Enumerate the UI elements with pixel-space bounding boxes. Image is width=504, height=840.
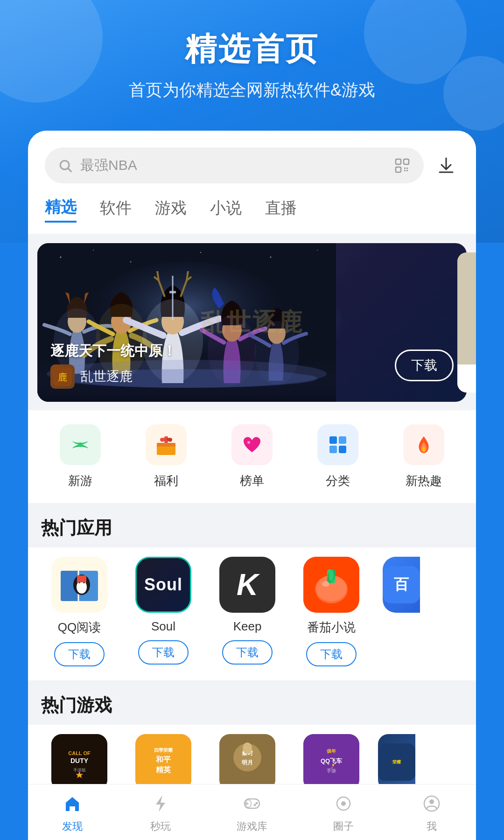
svg-point-13 [130,261,132,263]
hot-apps-section: QQ阅读 下载 Soul Soul 下载 K Keep 下载 [28,547,476,680]
app-icon-soul: Soul [135,557,191,613]
nav-item-discover[interactable]: 发现 [60,791,84,833]
game-icon-peace: 四季荣耀 和平 精英 [135,734,191,790]
app-name-qq-read: QQ阅读 [58,619,101,636]
nav-item-profile[interactable]: 我 [420,791,444,833]
nav-item-gamestore[interactable]: 游戏库 [237,791,267,833]
category-xinyou[interactable]: 新游 [60,424,101,489]
svg-rect-38 [329,436,337,444]
svg-rect-5 [404,168,406,169]
svg-rect-8 [406,170,408,171]
hot-apps-title: 热门应用 [28,503,476,547]
app-name-fanqie: 番茄小说 [307,619,356,636]
banner-overlay: 逐鹿天下一统中原！ 鹿 乱世逐鹿 下载 [37,329,467,402]
search-box[interactable]: 最强NBA [45,147,424,183]
svg-rect-41 [339,446,346,453]
nav-label-community: 圈子 [333,819,354,833]
svg-rect-40 [329,446,337,453]
svg-rect-3 [404,159,409,164]
svg-text:荣耀: 荣耀 [392,760,401,764]
category-fenlei[interactable]: 分类 [317,424,358,489]
svg-rect-7 [404,170,406,171]
nav-item-community[interactable]: 圈子 [331,791,356,833]
page-title: 精选首页 [0,28,504,70]
title-section: 精选首页 首页为你精选全网新热软件&游戏 [0,28,504,102]
download-icon[interactable] [433,153,459,179]
app-download-soul[interactable]: 下载 [138,640,189,665]
svg-text:精英: 精英 [155,766,171,774]
category-xinyou-label: 新游 [68,473,92,489]
app-icon-qq-read [51,557,107,613]
svg-text:手游: 手游 [327,768,336,773]
scan-icon[interactable] [394,157,411,174]
svg-text:俱年: 俱年 [326,749,336,754]
category-fenlei-label: 分类 [326,473,350,489]
svg-point-90 [341,801,346,806]
banner-download-button[interactable]: 下载 [395,350,454,381]
app-download-fanqie[interactable]: 下载 [306,642,357,666]
search-bar-row: 最强NBA [28,131,476,193]
tab-jingxuan[interactable]: 精选 [45,196,77,223]
svg-point-14 [200,252,201,253]
svg-point-33 [78,442,83,447]
page-subtitle: 首页为你精选全网新热软件&游戏 [0,79,504,102]
category-fuli-icon [146,424,187,465]
category-fenlei-icon [317,424,358,465]
svg-text:鹿: 鹿 [58,372,67,382]
svg-point-86 [253,804,256,806]
hot-games-title: 热门游戏 [28,680,476,725]
svg-rect-2 [396,159,401,164]
main-card: 最强NBA 精选 软件 游戏 小说 [28,131,476,840]
svg-text:明月: 明月 [242,759,253,766]
tab-youxi[interactable]: 游戏 [155,197,187,222]
nav-label-discover: 发现 [62,819,83,833]
app-item-keep: K Keep 下载 [205,547,289,671]
lightning-icon [148,791,173,816]
keep-k-letter: K [237,567,258,602]
category-xinqingqu-label: 新热趣 [406,473,442,489]
tab-ruanjian[interactable]: 软件 [100,197,132,222]
svg-point-37 [247,441,250,444]
app-download-qq-read[interactable]: 下载 [54,642,105,666]
banner-text-section: 逐鹿天下一统中原！ 鹿 乱世逐鹿 [50,342,176,389]
svg-point-0 [60,161,69,169]
category-bangdan-label: 榜单 [240,473,264,489]
banner-app-icon: 鹿 [50,364,75,389]
nav-label-profile: 我 [427,819,437,833]
app-icon-baidu: 百 [383,557,420,613]
svg-text:CALL OF: CALL OF [68,750,91,756]
svg-point-59 [322,581,329,587]
scroll-area: 逐鹿天下一统中原！ 鹿 乱世逐鹿 下载 [28,234,476,840]
app-download-keep[interactable]: 下载 [222,640,273,665]
svg-point-11 [60,257,62,258]
svg-line-1 [68,168,71,172]
category-bangdan[interactable]: 榜单 [231,424,273,489]
svg-point-16 [317,250,318,251]
tab-zhibo[interactable]: 直播 [265,197,297,222]
search-icon [58,158,73,173]
nav-tabs: 精选 软件 游戏 小说 直播 [28,193,476,234]
circle-icon [331,791,356,816]
home-icon [60,791,84,816]
gamepad-icon [240,791,264,816]
app-item-soul: Soul Soul 下载 [121,547,205,671]
tab-xiaoshuo[interactable]: 小说 [210,197,242,222]
nav-item-quick[interactable]: 秒玩 [148,791,173,833]
svg-point-15 [270,257,272,258]
app-icon-fanqie [303,557,359,613]
svg-rect-6 [406,168,408,169]
category-fuli[interactable]: 福利 [146,424,187,489]
category-xinyou-icon [60,424,101,465]
banner-main[interactable]: 逐鹿天下一统中原！ 鹿 乱世逐鹿 下载 [37,243,467,402]
svg-text:DUTY: DUTY [70,757,89,764]
category-section: 新游 福利 [28,410,476,503]
svg-text:百: 百 [394,576,409,593]
game-icon-cod: CALL OF DUTY 手游版 [51,734,107,790]
banner-app-name: 乱世逐鹿 [80,368,133,385]
search-placeholder: 最强NBA [80,156,386,175]
category-xinqingqu[interactable]: 新热趣 [403,424,444,489]
category-fuli-label: 福利 [154,473,178,489]
app-item-baidu: 百 [373,547,429,671]
app-item-fanqie: 番茄小说 下载 [289,547,373,671]
svg-point-85 [255,802,258,804]
